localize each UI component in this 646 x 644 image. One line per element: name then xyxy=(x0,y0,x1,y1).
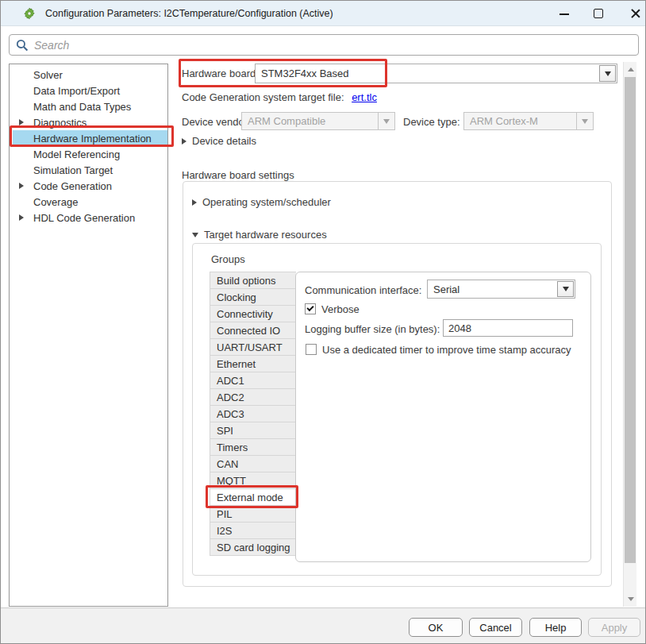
sidebar-item-data-import-export[interactable]: Data Import/Export xyxy=(10,83,167,98)
sidebar-item-code-generation[interactable]: Code Generation xyxy=(10,178,167,194)
device-vendor-value: ARM Compatible xyxy=(242,115,378,127)
sidebar-item-math-and-data-types[interactable]: Math and Data Types xyxy=(10,98,167,114)
help-button[interactable]: Help xyxy=(529,618,582,637)
sidebar-item-label: Data Import/Export xyxy=(33,85,120,97)
dropdown-arrow-icon xyxy=(378,113,394,129)
dedicated-timer-checkbox[interactable] xyxy=(306,344,317,355)
scrollbar-thumb[interactable] xyxy=(625,77,636,563)
title-bar: Configuration Parameters: I2CTemperature… xyxy=(1,1,645,26)
configuration-gear-icon xyxy=(23,7,36,20)
cancel-button[interactable]: Cancel xyxy=(469,618,522,637)
hardware-board-label: Hardware board: xyxy=(182,67,259,79)
group-item-label: Ethernet xyxy=(217,358,256,370)
sidebar-item-simulation-target[interactable]: Simulation Target xyxy=(10,162,167,178)
expander-collapsed-icon xyxy=(182,138,186,145)
expander-collapsed-icon[interactable] xyxy=(19,214,24,221)
scroll-up-icon[interactable] xyxy=(624,63,637,76)
group-item-label: Timers xyxy=(217,442,248,453)
group-item-label: I2S xyxy=(217,525,233,537)
scroll-down-icon[interactable] xyxy=(624,592,637,606)
communication-interface-value: Serial xyxy=(428,283,556,295)
search-box[interactable] xyxy=(9,34,639,56)
vertical-scrollbar[interactable] xyxy=(623,62,636,607)
group-item-external-mode[interactable]: External mode xyxy=(210,489,296,506)
search-input[interactable] xyxy=(34,39,632,52)
sidebar-item-solver[interactable]: Solver xyxy=(10,67,167,83)
os-scheduler-label: Operating system/scheduler xyxy=(202,196,331,208)
os-scheduler-expander[interactable]: Operating system/scheduler xyxy=(192,196,331,208)
expander-collapsed-icon[interactable] xyxy=(19,183,24,189)
logging-buffer-label: Logging buffer size (in bytes): xyxy=(305,323,440,335)
dedicated-timer-label: Use a dedicated timer to improve time st… xyxy=(322,344,571,356)
device-vendor-select: ARM Compatible xyxy=(241,112,395,130)
button-bar: OK Cancel Help Apply xyxy=(1,607,645,643)
group-item-label: ADC1 xyxy=(217,375,244,387)
sidebar-item-hardware-implementation[interactable]: Hardware Implementation xyxy=(13,130,167,146)
communication-interface-label: Communication interface: xyxy=(305,284,421,296)
group-item-label: Connected IO xyxy=(217,325,280,337)
target-file-label: Code Generation system target file: xyxy=(182,91,344,103)
group-item-can[interactable]: CAN xyxy=(210,456,296,472)
group-item-mqtt[interactable]: MQTT xyxy=(210,472,296,489)
sidebar-item-label: HDL Code Generation xyxy=(33,212,135,224)
group-item-uart-usart[interactable]: UART/USART xyxy=(210,339,296,356)
hardware-board-value: STM32F4xx Based xyxy=(256,67,598,79)
groups-label: Groups xyxy=(211,253,245,265)
group-item-sd-card-logging[interactable]: SD card logging xyxy=(210,539,296,556)
logging-buffer-input[interactable] xyxy=(443,319,573,337)
group-item-adc2[interactable]: ADC2 xyxy=(210,389,296,406)
group-item-label: UART/USART xyxy=(217,341,283,353)
group-item-label: MQTT xyxy=(217,475,246,487)
sidebar-item-hdl-code-generation[interactable]: HDL Code Generation xyxy=(10,210,167,226)
ok-button[interactable]: OK xyxy=(409,618,463,637)
window-title: Configuration Parameters: I2CTemperature… xyxy=(45,8,333,19)
minimize-icon xyxy=(559,13,569,15)
sidebar-item-coverage[interactable]: Coverage xyxy=(10,194,167,210)
target-file-link[interactable]: ert.tlc xyxy=(352,91,377,103)
group-item-connected-io[interactable]: Connected IO xyxy=(210,322,296,339)
group-item-timers[interactable]: Timers xyxy=(210,439,296,456)
check-icon xyxy=(306,304,313,311)
group-item-adc3[interactable]: ADC3 xyxy=(210,406,296,422)
communication-interface-select[interactable]: Serial xyxy=(427,280,575,299)
target-file-row: Code Generation system target file: ert.… xyxy=(182,91,377,103)
dropdown-arrow-icon xyxy=(576,113,593,129)
sidebar-item-label: Math and Data Types xyxy=(33,101,131,113)
target-hw-resources-label: Target hardware resources xyxy=(204,229,327,241)
dropdown-arrow-icon[interactable] xyxy=(557,281,574,297)
group-item-i2s[interactable]: I2S xyxy=(210,523,296,539)
minimize-button[interactable] xyxy=(551,1,578,26)
expander-collapsed-icon[interactable] xyxy=(19,119,24,125)
expander-expanded-icon xyxy=(192,233,198,237)
maximize-icon xyxy=(594,9,603,18)
group-item-spi[interactable]: SPI xyxy=(210,422,296,439)
group-item-label: Build options xyxy=(217,275,275,287)
group-item-pil[interactable]: PIL xyxy=(210,506,296,523)
device-details-expander[interactable]: Device details xyxy=(182,135,256,147)
sidebar-item-diagnostics[interactable]: Diagnostics xyxy=(10,114,167,130)
group-item-label: SPI xyxy=(217,425,233,437)
hardware-board-select[interactable]: STM32F4xx Based xyxy=(255,64,617,83)
group-item-ethernet[interactable]: Ethernet xyxy=(210,356,296,372)
configuration-parameters-dialog: Configuration Parameters: I2CTemperature… xyxy=(0,0,646,644)
group-item-label: ADC2 xyxy=(217,391,244,403)
group-item-adc1[interactable]: ADC1 xyxy=(210,372,296,389)
close-button[interactable] xyxy=(617,1,644,26)
sidebar-item-label: Hardware Implementation xyxy=(33,133,152,145)
verbose-checkbox[interactable] xyxy=(305,303,316,314)
group-item-label: ADC3 xyxy=(217,408,244,420)
device-type-value: ARM Cortex-M xyxy=(464,115,576,127)
target-hw-resources-expander[interactable]: Target hardware resources xyxy=(192,229,327,241)
maximize-button[interactable] xyxy=(585,1,612,26)
group-item-build-options[interactable]: Build options xyxy=(210,272,296,289)
sidebar-item-label: Diagnostics xyxy=(33,117,87,129)
board-settings-title: Hardware board settings xyxy=(182,169,294,181)
group-item-label: PIL xyxy=(217,508,233,520)
sidebar-item-model-referencing[interactable]: Model Referencing xyxy=(10,146,167,162)
dropdown-arrow-icon[interactable] xyxy=(599,65,616,82)
group-item-clocking[interactable]: Clocking xyxy=(210,289,296,306)
group-item-label: Clocking xyxy=(217,291,256,303)
device-type-select: ARM Cortex-M xyxy=(463,112,594,130)
group-item-connectivity[interactable]: Connectivity xyxy=(210,306,296,322)
close-icon xyxy=(630,8,641,19)
